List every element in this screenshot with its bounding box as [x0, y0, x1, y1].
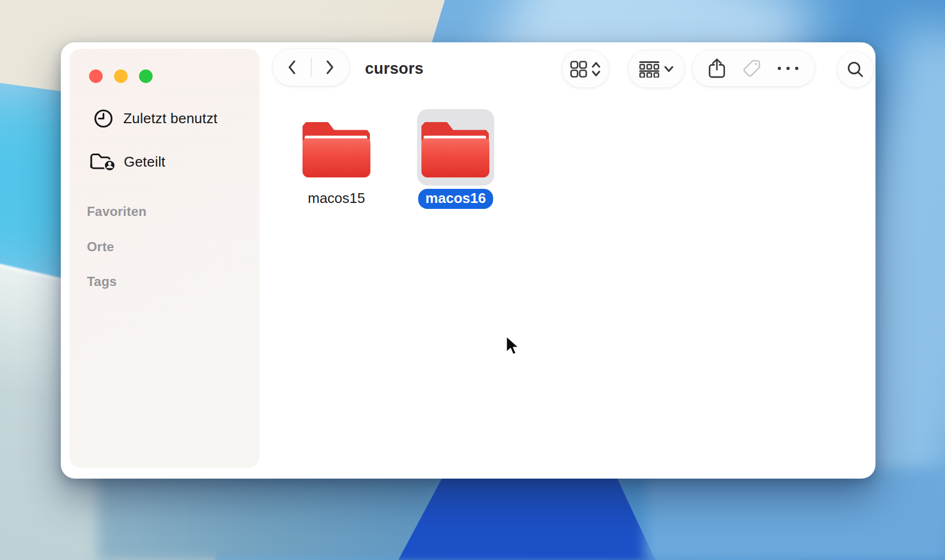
grid-view-icon	[570, 61, 587, 78]
sidebar-item-label: Geteilt	[124, 154, 166, 170]
close-button[interactable]	[89, 69, 103, 83]
view-options-button[interactable]	[628, 50, 684, 87]
list-view-icon	[639, 61, 659, 78]
file-name-selected[interactable]: macos16	[418, 189, 493, 209]
folder-icon-front	[421, 138, 489, 177]
tag-icon[interactable]	[741, 59, 761, 79]
window-title: cursors	[365, 60, 484, 78]
sidebar-section-places[interactable]: Orte	[87, 239, 114, 254]
back-button[interactable]	[273, 49, 311, 86]
sidebar-section-tags[interactable]: Tags	[87, 274, 117, 289]
sidebar-section-favorites[interactable]: Favoriten	[87, 204, 147, 219]
share-icon[interactable]	[708, 58, 726, 79]
wallpaper-bright-blue	[646, 468, 945, 560]
sidebar-item-recents[interactable]: Zuletzt benutzt	[70, 109, 260, 129]
folder-macos16[interactable]	[421, 121, 489, 177]
wallpaper-steel-band	[98, 469, 434, 560]
minimize-button[interactable]	[114, 69, 128, 83]
sidebar-item-label: Zuletzt benutzt	[123, 110, 218, 127]
window-controls	[89, 69, 153, 83]
selected-file-label-wrap: macos16	[417, 189, 494, 209]
icon-view-sort-button[interactable]	[562, 50, 609, 87]
forward-icon	[325, 60, 335, 75]
arrow-cursor	[505, 335, 520, 356]
finder-sidebar: Zuletzt benutzt Geteilt Favoriten Orte T…	[70, 49, 260, 468]
chevron-down-icon	[664, 66, 673, 73]
sort-chevrons-icon	[591, 61, 601, 78]
sidebar-item-shared[interactable]: Geteilt	[70, 151, 260, 173]
finder-window: Zuletzt benutzt Geteilt Favoriten Orte T…	[61, 42, 875, 479]
folder-icon-front	[303, 138, 370, 177]
forward-button[interactable]	[311, 49, 349, 86]
search-icon	[847, 61, 864, 78]
shared-folder-icon	[89, 151, 115, 173]
clock-icon	[93, 109, 114, 129]
back-icon	[287, 60, 297, 75]
zoom-button[interactable]	[139, 69, 153, 83]
nav-divider	[311, 58, 312, 77]
toolbar-actions-group	[692, 50, 815, 86]
search-button[interactable]	[837, 52, 873, 87]
navigation-buttons	[273, 49, 349, 86]
file-name[interactable]: macos15	[303, 190, 370, 207]
folder-macos15[interactable]	[303, 121, 370, 177]
more-icon[interactable]	[777, 66, 799, 71]
